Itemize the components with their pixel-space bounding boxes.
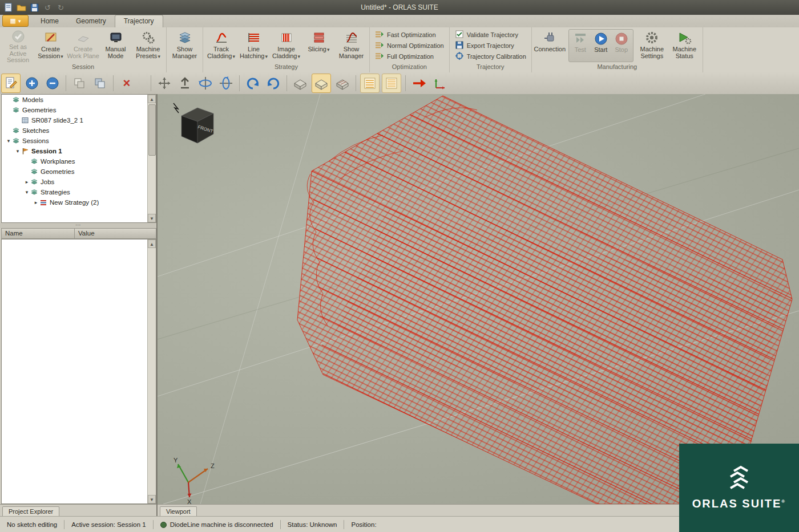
chevron-down-icon: ▾ <box>232 54 235 59</box>
move-arrows-icon <box>157 76 172 91</box>
show-shaded-button[interactable] <box>312 74 331 93</box>
export-trajectory-button[interactable]: Export Trajectory <box>451 40 530 51</box>
trajectory-calibration-button[interactable]: Trajectory Calibration <box>451 51 530 62</box>
show-solid-button[interactable] <box>291 74 309 92</box>
start-button[interactable]: Start <box>591 30 611 62</box>
show-sliced-button[interactable] <box>333 74 352 92</box>
track-cladding-button[interactable]: Track Cladding▾ <box>205 28 237 63</box>
manual-mode-button[interactable]: Manual Mode <box>99 28 132 63</box>
edit-sketch-button[interactable] <box>1 74 21 93</box>
set-active-session-button[interactable]: Set as Active Session <box>2 28 34 63</box>
scrollbar-thumb[interactable] <box>148 104 156 156</box>
status-play-icon <box>677 29 692 46</box>
slicing-button[interactable]: Slicing▾ <box>302 28 335 63</box>
rotate-y-button[interactable] <box>217 74 235 92</box>
stop-button[interactable]: Stop <box>611 30 632 62</box>
column-header-value[interactable]: Value <box>75 229 98 238</box>
chevron-right-icon[interactable]: ▸ <box>33 200 39 205</box>
zoom-in-button[interactable] <box>23 74 41 92</box>
machine-settings-button[interactable]: Machine Settings <box>636 28 668 63</box>
show-hatch-dense-button[interactable] <box>382 74 401 93</box>
create-work-plane-button[interactable]: Create Work Plane <box>67 28 99 63</box>
normal-optimization-button[interactable]: Normal Optimization <box>372 40 447 51</box>
tree-item-geometries[interactable]: Geometries <box>2 105 156 115</box>
scroll-down-icon[interactable]: ▼ <box>148 214 156 222</box>
zoom-in-icon <box>25 76 39 91</box>
fast-optimization-button[interactable]: Fast Optimization <box>372 30 447 40</box>
chevron-down-icon[interactable]: ▾ <box>23 189 30 195</box>
column-header-name[interactable]: Name <box>2 229 75 238</box>
strategy-show-manager-button[interactable]: Show Manager <box>335 28 368 63</box>
calibration-target-icon <box>455 51 464 62</box>
tab-geometry[interactable]: Geometry <box>67 15 115 27</box>
show-direction-button[interactable] <box>410 74 428 92</box>
trajectory-hatch <box>297 96 799 504</box>
application-menu-button[interactable]: ▦ ▾ <box>2 15 29 27</box>
tree-item-strategies[interactable]: ▾ Strategies <box>2 187 156 197</box>
scroll-down-icon[interactable]: ▼ <box>148 495 156 503</box>
copy-view-button[interactable] <box>70 74 88 92</box>
zoom-out-button[interactable] <box>43 74 62 92</box>
viewport-3d-canvas[interactable]: FRONT Y Z X <box>158 94 799 504</box>
checklist-icon <box>455 30 464 40</box>
tab-viewport[interactable]: Viewport <box>160 506 197 517</box>
tree-item-geometry-file[interactable]: SR087 slide3_2 1 <box>2 115 156 125</box>
paste-view-button[interactable] <box>91 74 109 92</box>
panel-splitter[interactable]: ⋯ <box>0 223 156 228</box>
scroll-up-icon[interactable]: ▲ <box>148 239 156 248</box>
test-button[interactable]: Test <box>570 30 591 62</box>
layers-icon <box>12 96 21 104</box>
tree-item-sessions[interactable]: ▾ Sessions <box>2 136 156 146</box>
show-manager-button[interactable]: Show Manager <box>168 28 201 63</box>
chevron-down-icon: ▾ <box>18 18 21 24</box>
layer-stack-icon <box>177 29 192 46</box>
tree-item-jobs[interactable]: ▸ Jobs <box>2 177 156 187</box>
create-session-button[interactable]: Create Session▾ <box>34 28 67 63</box>
validate-trajectory-button[interactable]: Validate Trajectory <box>451 30 530 40</box>
tree-item-workplanes[interactable]: Workplanes <box>2 156 156 166</box>
tab-project-explorer[interactable]: Project Explorer <box>2 506 59 517</box>
curved-arrow-left-icon <box>245 76 260 91</box>
move-geometry-button[interactable] <box>155 74 173 92</box>
property-table-body: ▲ ▼ <box>1 239 156 504</box>
chevron-right-icon[interactable]: ▸ <box>23 179 30 185</box>
show-hatch-lines-button[interactable] <box>360 74 380 93</box>
tree-scrollbar[interactable]: ▲ ▼ <box>147 95 156 222</box>
hatch-lines-icon <box>362 76 377 91</box>
ribbon-group-session: Set as Active Session Create Session▾ Cr… <box>0 27 167 72</box>
tree-item-session-geometries[interactable]: Geometries <box>2 166 156 177</box>
delete-button[interactable]: × <box>118 74 136 92</box>
orlas-logo-overlay: ORLAS SUITE® <box>679 444 799 532</box>
rotate-x-icon <box>197 75 213 91</box>
rotate-view-right-button[interactable] <box>264 74 283 92</box>
connection-button[interactable]: Connection <box>534 28 566 63</box>
image-cladding-button[interactable]: Image Cladding▾ <box>270 28 302 63</box>
tree-item-new-strategy[interactable]: ▸ New Strategy (2) <box>2 197 156 208</box>
raise-geometry-button[interactable] <box>176 74 194 92</box>
property-scrollbar[interactable]: ▲ ▼ <box>147 239 156 503</box>
rotate-x-button[interactable] <box>196 74 215 92</box>
export-disk-icon <box>455 40 464 51</box>
status-position: Position: <box>344 521 383 528</box>
full-optimization-button[interactable]: Full Optimization <box>372 51 447 62</box>
tree-item-sketches[interactable]: Sketches <box>2 125 156 136</box>
title-bar: ↺ ↻ Untitled* - ORLAS SUITE <box>0 0 799 15</box>
machine-status-button[interactable]: Machine Status <box>668 28 701 63</box>
scroll-up-icon[interactable]: ▲ <box>148 95 156 103</box>
layers-icon <box>12 106 21 114</box>
line-hatching-button[interactable]: Line Hatching▾ <box>237 28 270 63</box>
tab-trajectory[interactable]: Trajectory <box>115 15 163 27</box>
view-cube[interactable]: FRONT <box>173 103 213 143</box>
show-axes-button[interactable] <box>430 74 449 92</box>
tab-home[interactable]: Home <box>32 15 67 27</box>
group-label-optimization: Optimization <box>372 63 447 72</box>
machine-presets-button[interactable]: Machine Presets▾ <box>132 28 164 63</box>
chevron-down-icon[interactable]: ▾ <box>5 138 12 144</box>
work-plane-icon <box>76 29 91 46</box>
rotate-view-left-button[interactable] <box>244 74 262 92</box>
tree-item-session-1[interactable]: ▾ Session 1 <box>2 146 156 156</box>
line-hatching-icon <box>247 29 261 46</box>
create-session-icon <box>43 29 58 46</box>
tree-item-models[interactable]: Models <box>2 95 156 105</box>
chevron-down-icon[interactable]: ▾ <box>14 148 21 154</box>
